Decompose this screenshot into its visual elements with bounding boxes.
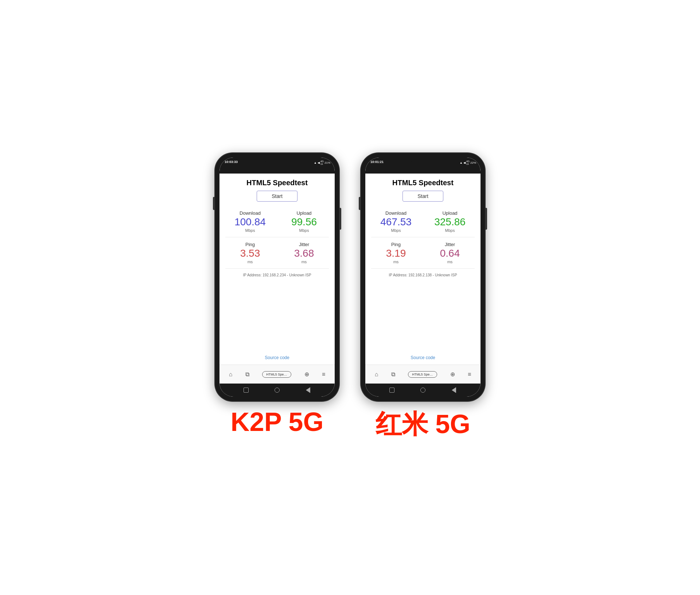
phone1-download-value: 100.84 — [225, 217, 276, 228]
phone2-metrics: Download 467.53 Mbps Upload 325.86 Mbps — [365, 207, 481, 236]
phone2-download-label: Download — [370, 210, 421, 216]
phone1-download: Download 100.84 Mbps — [223, 207, 277, 236]
phone2-signal-icon: ◀ — [463, 161, 466, 164]
phone2-start-button[interactable]: Start — [402, 191, 443, 202]
phone2-upload-label: Upload — [424, 210, 475, 216]
phone2-square-btn[interactable] — [389, 387, 395, 393]
phone2-jitter-label: Jitter — [424, 242, 475, 247]
page-container: 10:03:33 ▲ ◀ 4G1x 21% HTML5 Speedtest — [215, 153, 485, 442]
phone1-wrapper: 10:03:33 ▲ ◀ 4G1x 21% HTML5 Speedtest — [215, 153, 339, 437]
phone1-square-btn[interactable] — [243, 387, 249, 393]
phone1-spacer — [219, 280, 335, 355]
phone1-ping-label: Ping — [225, 242, 276, 247]
phone2-ping: Ping 3.19 ms — [369, 239, 423, 267]
phone1-start-button[interactable]: Start — [257, 191, 298, 202]
phone1-back-btn[interactable] — [305, 387, 311, 393]
phone2-upload: Upload 325.86 Mbps — [423, 207, 477, 236]
phone1-upload-unit: Mbps — [279, 228, 330, 233]
phone1-signal-icon: ◀ — [318, 161, 320, 164]
phone2-notch-area: 10:01:21 ▲ ◀ 4G1x 22% — [365, 158, 481, 174]
phone1-source-code[interactable]: Source code — [219, 355, 335, 360]
phone1-upload-value: 99.56 — [279, 217, 330, 228]
phone1-menu-icon[interactable]: ≡ — [322, 371, 325, 378]
phone2-source-code[interactable]: Source code — [365, 355, 481, 360]
phone2-content: HTML5 Speedtest Start Download 467.53 Mb… — [365, 174, 481, 397]
phone1-app-title: HTML5 Speedtest — [219, 179, 335, 187]
phone2-battery: 22% — [470, 161, 476, 164]
phone2-network-icon: 4G1x — [466, 160, 470, 165]
phone1-jitter-unit: ms — [279, 260, 330, 264]
phone2: 10:01:21 ▲ ◀ 4G1x 22% HTML5 Speedtest St… — [361, 153, 485, 401]
phone1-divider1 — [225, 237, 329, 237]
phone2-jitter-unit: ms — [424, 260, 475, 264]
phone1-upload-label: Upload — [279, 210, 330, 216]
phone1-label: K2P 5G — [231, 407, 324, 437]
phone1-status-icons: ▲ ◀ 4G1x 21% — [289, 160, 335, 165]
phone2-metrics2: Ping 3.19 ms Jitter 0.64 ms — [365, 239, 481, 267]
phone1-ip: IP Address: 192.168.2.234 - Unknown ISP — [223, 273, 331, 277]
phone1: 10:03:33 ▲ ◀ 4G1x 21% HTML5 Speedtest — [215, 153, 339, 401]
phone2-bottom-nav — [365, 384, 481, 397]
phone1-ping: Ping 3.53 ms — [223, 239, 277, 267]
phone2-back-btn[interactable] — [451, 387, 457, 393]
phone2-spacer — [365, 280, 481, 355]
phone2-status-icons: ▲ ◀ 4G1x 22% — [435, 160, 481, 165]
phone2-tabs-icon[interactable]: ⧉ — [391, 371, 395, 378]
phone1-battery: 21% — [324, 161, 330, 164]
phone1-screen: 10:03:33 ▲ ◀ 4G1x 21% HTML5 Speedtest — [219, 158, 335, 397]
phone1-active-tab[interactable]: HTML5 Speed... — [262, 371, 291, 378]
phone1-navbar: ⌂ ⧉ HTML5 Speed... ⊕ ≡ — [219, 365, 335, 384]
phone1-tabs-icon[interactable]: ⧉ — [245, 371, 249, 378]
phone1-time: 10:03:33 — [219, 160, 266, 164]
phone2-back-icon — [452, 387, 456, 393]
phone2-ping-unit: ms — [370, 260, 421, 264]
phone2-time: 10:01:21 — [365, 160, 412, 164]
phone2-download-unit: Mbps — [370, 228, 421, 233]
phone1-metrics2: Ping 3.53 ms Jitter 3.68 ms — [219, 239, 335, 267]
phone2-start-container: Start — [365, 191, 481, 202]
phone1-mic-icon[interactable]: ⊕ — [304, 371, 309, 378]
phone1-jitter-label: Jitter — [279, 242, 330, 247]
phone2-jitter: Jitter 0.64 ms — [423, 239, 477, 267]
phone1-circle-icon — [275, 388, 280, 393]
phone1-jitter: Jitter 3.68 ms — [277, 239, 331, 267]
phone1-circle-btn[interactable] — [274, 387, 280, 393]
phone2-navbar: ⌂ ⧉ HTML5 Speed... ⊕ ≡ — [365, 365, 481, 384]
phone2-circle-btn[interactable] — [420, 387, 426, 393]
phone2-screen: 10:01:21 ▲ ◀ 4G1x 22% HTML5 Speedtest St… — [365, 158, 481, 397]
phone2-divider1 — [371, 237, 475, 237]
phone2-label: 红米 5G — [376, 407, 470, 442]
phone2-jitter-value: 0.64 — [424, 248, 475, 259]
phone2-download-value: 467.53 — [370, 217, 421, 228]
phone2-download: Download 467.53 Mbps — [369, 207, 423, 236]
phone1-ping-unit: ms — [225, 260, 276, 264]
phone1-notch-area: 10:03:33 ▲ ◀ 4G1x 21% — [219, 158, 335, 174]
phone1-divider2 — [225, 268, 329, 269]
phone1-download-label: Download — [225, 210, 276, 216]
phone1-content: HTML5 Speedtest Start Download 100.84 Mb… — [219, 174, 335, 397]
phone1-network-icon: 4G1x — [320, 160, 324, 165]
phone1-download-unit: Mbps — [225, 228, 276, 233]
phone2-ip: IP Address: 192.168.2.138 - Unknown ISP — [369, 273, 477, 277]
phone2-ping-value: 3.19 — [370, 248, 421, 259]
phone1-metrics: Download 100.84 Mbps Upload 99.56 Mbps — [219, 207, 335, 236]
phone1-jitter-value: 3.68 — [279, 248, 330, 259]
phone2-mic-icon[interactable]: ⊕ — [450, 371, 455, 378]
phone2-menu-icon[interactable]: ≡ — [468, 371, 471, 378]
phone1-home-icon[interactable]: ⌂ — [229, 371, 233, 378]
phone2-wrapper: 10:01:21 ▲ ◀ 4G1x 22% HTML5 Speedtest St… — [361, 153, 485, 442]
phone1-upload: Upload 99.56 Mbps — [277, 207, 331, 236]
phone2-circle-icon — [420, 388, 425, 393]
phone1-start-container: Start — [219, 191, 335, 202]
phone1-notch — [265, 158, 289, 166]
phone1-square-icon — [244, 388, 249, 393]
phone1-bottom-nav — [219, 384, 335, 397]
phone2-ping-label: Ping — [370, 242, 421, 247]
phone2-divider2 — [371, 268, 475, 269]
phone1-back-icon — [306, 387, 310, 393]
phone2-app-title: HTML5 Speedtest — [365, 179, 481, 187]
phone2-home-icon[interactable]: ⌂ — [375, 371, 378, 378]
phone2-notch — [411, 158, 435, 166]
phone2-active-tab[interactable]: HTML5 Speed... — [408, 371, 437, 378]
phone1-ping-value: 3.53 — [225, 248, 276, 259]
